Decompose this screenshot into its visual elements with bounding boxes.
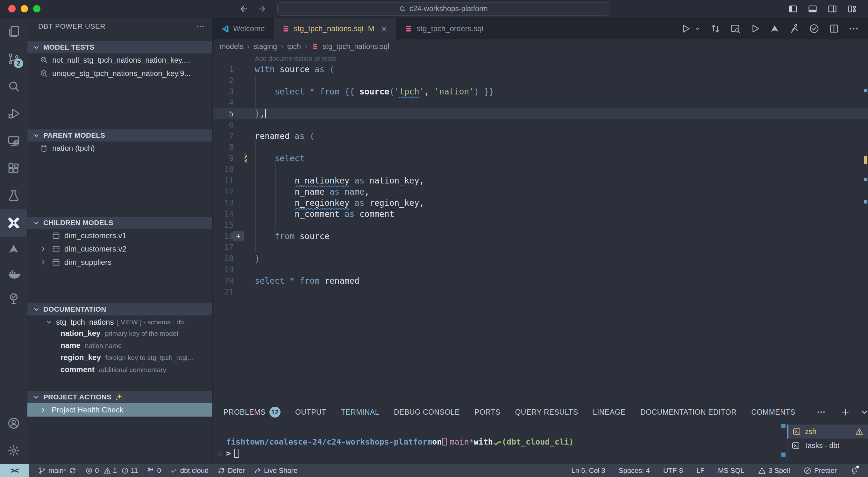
close-icon[interactable] <box>380 25 388 32</box>
navigate-back-icon[interactable] <box>239 4 249 14</box>
run-query-button[interactable] <box>680 23 691 34</box>
doc-column-row[interactable]: commentadditional commentary <box>27 365 212 377</box>
code-line[interactable]: 15 <box>213 219 868 231</box>
doc-model-row[interactable]: stg_tpch_nations[ VIEW ] - schema : db..… <box>27 315 212 329</box>
terminal-instance-zsh[interactable]: zsh <box>787 424 868 439</box>
status-item-notifications[interactable] <box>850 467 859 475</box>
code-line[interactable]: 17 <box>213 242 868 253</box>
sidebar-more-actions-icon[interactable] <box>196 22 205 31</box>
code-line[interactable]: 9 select <box>213 152 868 164</box>
activity-item-extensions[interactable] <box>0 155 27 182</box>
status-item-prettier[interactable]: Prettier <box>803 467 837 475</box>
code-line[interactable]: 1with source as ( <box>213 64 868 75</box>
customize-layout-icon[interactable] <box>847 4 857 14</box>
activity-item-testing[interactable] <box>0 182 27 209</box>
panel-tab-ports[interactable]: PORTS <box>474 408 500 417</box>
status-item-cursor-position[interactable]: Ln 5, Col 3 <box>571 467 605 475</box>
sidebar-item[interactable]: nation (tpch) <box>27 141 212 155</box>
sidebar-item[interactable]: dim_suppliers <box>27 256 212 269</box>
status-item-language-mode[interactable]: MS SQL <box>718 467 744 475</box>
status-item-dbt-cloud[interactable]: dbt cloud <box>170 467 209 475</box>
panel-tab-debug-console[interactable]: DEBUG CONSOLE <box>394 408 460 417</box>
activity-item-settings[interactable] <box>0 437 27 464</box>
code-line[interactable]: 19 <box>213 264 868 275</box>
status-item-git-branch[interactable]: main* <box>38 467 76 475</box>
status-item-eol[interactable]: LF <box>696 467 705 475</box>
toggle-primary-sidebar-icon[interactable] <box>788 4 798 14</box>
section-header-project-actions[interactable]: PROJECT ACTIONS <box>27 391 212 403</box>
code-line[interactable]: 8 <box>213 141 868 152</box>
sidebar-item[interactable]: dim_customers.v1 <box>27 229 212 242</box>
activity-item-search[interactable] <box>0 72 27 100</box>
code-editor[interactable]: Add documentation or tests 1with source … <box>213 54 868 402</box>
code-line[interactable]: 11 n_nationkey as nation_key, <box>213 175 868 186</box>
code-line[interactable]: 3 select * from {{ source('tpch', 'natio… <box>213 86 868 97</box>
panel-tab-lineage[interactable]: LINEAGE <box>593 408 626 417</box>
split-editor-button[interactable] <box>829 23 839 34</box>
zoom-window-button[interactable] <box>33 5 40 12</box>
panel-tab-problems[interactable]: PROBLEMS12 <box>223 407 281 417</box>
sidebar-item[interactable]: dim_customers.v2 <box>27 242 212 256</box>
close-window-button[interactable] <box>8 5 16 12</box>
minimize-window-button[interactable] <box>21 5 28 12</box>
doc-column-row[interactable]: namenation name <box>27 341 212 353</box>
activity-item-accounts[interactable] <box>0 410 27 437</box>
new-terminal-button[interactable] <box>841 407 850 417</box>
code-line[interactable]: 16+ from source <box>213 231 868 242</box>
breadcrumb-item[interactable]: staging <box>253 42 277 51</box>
remote-indicator[interactable]: >< <box>0 464 29 477</box>
panel-tab-output[interactable]: OUTPUT <box>295 408 327 417</box>
status-item-spell-checker[interactable]: 3 Spell <box>758 467 790 475</box>
panel-tabs-overflow-icon[interactable] <box>816 407 826 417</box>
code-line[interactable]: 7renamed as ( <box>213 130 868 141</box>
code-line[interactable]: 18) <box>213 253 868 264</box>
doc-column-row[interactable]: region_keyforeign key to stg_tpch_regi..… <box>27 353 212 365</box>
activity-item-todo-tree[interactable] <box>0 286 27 311</box>
chevron-down-icon[interactable] <box>694 25 701 32</box>
section-header-model-tests[interactable]: MODEL TESTS <box>27 41 212 54</box>
command-decoration[interactable] <box>781 452 785 457</box>
doc-column-row[interactable]: nation_keyprimary key of the model <box>27 329 212 341</box>
status-item-defer[interactable]: Defer <box>217 467 245 475</box>
status-item-problems-summary[interactable]: 0111 <box>85 467 138 475</box>
activity-item-run-debug[interactable] <box>0 100 27 127</box>
panel-tab-comments[interactable]: COMMENTS <box>751 408 796 417</box>
toggle-secondary-sidebar-icon[interactable] <box>827 4 837 14</box>
terminal-instance-tasks-dbt[interactable]: Tasks - dbt <box>787 439 868 452</box>
activity-item-explorer[interactable] <box>0 18 27 45</box>
command-center-search[interactable]: c24-workshops-platform <box>277 2 609 15</box>
query-preview-button[interactable] <box>730 23 741 34</box>
add-test-button[interactable]: + <box>233 231 244 241</box>
run-model-button[interactable] <box>789 23 800 34</box>
toggle-panel-icon[interactable] <box>807 4 818 14</box>
command-decoration[interactable] <box>781 424 785 428</box>
sidebar-item[interactable]: Project Health Check <box>27 403 212 417</box>
code-line[interactable]: 2 <box>213 75 868 86</box>
more-actions-button[interactable] <box>848 23 859 34</box>
code-line[interactable]: 14 n_comment as comment <box>213 208 868 219</box>
section-header-parent-models[interactable]: PARENT MODELS <box>27 129 212 141</box>
altimate-scan-button[interactable] <box>769 23 780 34</box>
tab-stg_tpch_nations-sql[interactable]: stg_tpch_nations.sqlM <box>274 18 396 39</box>
status-item-encoding[interactable]: UTF-8 <box>663 467 683 475</box>
panel-tab-terminal[interactable]: TERMINAL <box>341 408 379 417</box>
sidebar-item[interactable]: not_null_stg_tpch_nations_nation_key.... <box>27 54 212 67</box>
tab-stg_tpch_orders-sql[interactable]: stg_tpch_orders.sql <box>396 18 492 39</box>
status-item-live-share[interactable]: Live Share <box>254 467 298 475</box>
codelens-action[interactable]: Add documentation or tests <box>213 54 868 64</box>
code-line[interactable]: 12 n_name as name, <box>213 186 868 197</box>
status-item-ports-forwarded[interactable]: 0 <box>147 467 161 475</box>
terminal-profiles-button[interactable] <box>860 407 868 417</box>
status-item-indentation[interactable]: Spaces: 4 <box>619 467 650 475</box>
code-line[interactable]: 13 n_regionkey as region_key, <box>213 197 868 208</box>
activity-item-source-control[interactable]: 2 <box>0 45 27 72</box>
breadcrumb-item[interactable]: tpch <box>287 42 301 51</box>
panel-tab-documentation-editor[interactable]: DOCUMENTATION EDITOR <box>640 408 737 417</box>
code-line[interactable]: 6 <box>213 119 868 130</box>
code-line[interactable]: 21 <box>213 286 868 297</box>
section-header-documentation[interactable]: DOCUMENTATION <box>27 303 212 315</box>
code-line[interactable]: 20select * from renamed <box>213 275 868 286</box>
activity-item-remote-explorer[interactable] <box>0 127 27 155</box>
test-model-button[interactable] <box>809 23 819 34</box>
tab-welcome[interactable]: Welcome <box>213 18 274 39</box>
